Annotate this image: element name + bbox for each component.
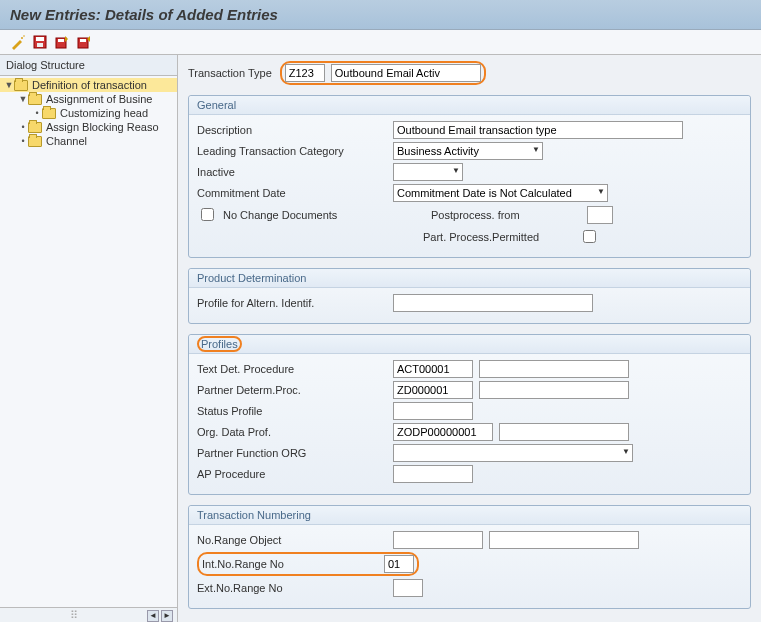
sidebar-header: Dialog Structure [0,55,177,76]
transaction-numbering-title: Transaction Numbering [189,506,750,525]
folder-icon [28,122,42,133]
grip-icon[interactable]: ⠿ [4,609,145,622]
ext-no-range-input[interactable] [393,579,423,597]
highlight-int-no-range: Int.No.Range No [197,552,419,576]
tree-label: Assignment of Busine [46,93,152,105]
part-process-permitted-checkbox[interactable] [583,230,596,243]
partner-determ-input[interactable] [393,381,473,399]
transaction-type-desc-input[interactable] [331,64,481,82]
toolbar [0,30,761,55]
no-range-object-desc[interactable] [489,531,639,549]
profile-altern-input[interactable] [393,294,593,312]
product-determination-group: Product Determination Profile for Altern… [188,268,751,324]
tree-item-channel[interactable]: • Channel [0,134,177,148]
profiles-group: Profiles Text Det. Procedure Partner Det… [188,334,751,495]
window-title: New Entries: Details of Added Entries [0,0,761,30]
tree-item-blocking[interactable]: • Assign Blocking Reaso [0,120,177,134]
svg-rect-8 [80,39,86,42]
svg-rect-3 [36,37,44,41]
part-process-permitted-label: Part. Process.Permitted [423,231,573,243]
ext-no-range-label: Ext.No.Range No [197,582,387,594]
scroll-right-icon[interactable]: ► [161,610,173,622]
svg-point-0 [21,37,23,39]
bullet-icon: • [18,136,28,146]
save-up-icon[interactable] [54,34,70,50]
expander-icon[interactable]: ▼ [18,94,28,104]
save-down-icon[interactable] [76,34,92,50]
tree-item-customizing[interactable]: • Customizing head [0,106,177,120]
general-title: General [189,96,750,115]
no-change-documents-label: No Change Documents [223,209,395,221]
inactive-label: Inactive [197,166,387,178]
tree: ▼ Definition of transaction ▼ Assignment… [0,76,177,607]
description-label: Description [197,124,387,136]
text-det-procedure-desc[interactable] [479,360,629,378]
svg-rect-4 [37,43,43,47]
tree-label: Assign Blocking Reaso [46,121,159,133]
partner-function-org-select[interactable] [393,444,633,462]
description-input[interactable] [393,121,683,139]
tree-item-assignment[interactable]: ▼ Assignment of Busine [0,92,177,106]
svg-point-1 [23,35,25,37]
commitment-date-label: Commitment Date [197,187,387,199]
text-det-procedure-input[interactable] [393,360,473,378]
ap-procedure-input[interactable] [393,465,473,483]
leading-category-select[interactable] [393,142,543,160]
bullet-icon: • [18,122,28,132]
postprocess-from-label: Postprocess. from [431,209,581,221]
postprocess-from-input[interactable] [587,206,613,224]
wand-icon[interactable] [10,34,26,50]
partner-determ-label: Partner Determ.Proc. [197,384,387,396]
tree-label: Channel [46,135,87,147]
partner-determ-desc[interactable] [479,381,629,399]
no-change-documents-checkbox[interactable] [201,208,214,221]
transaction-type-label: Transaction Type [188,67,272,79]
org-data-prof-input[interactable] [393,423,493,441]
status-profile-input[interactable] [393,402,473,420]
inactive-select[interactable] [393,163,463,181]
no-range-object-label: No.Range Object [197,534,387,546]
folder-icon [28,94,42,105]
profile-altern-label: Profile for Altern. Identif. [197,297,387,309]
expander-icon[interactable]: ▼ [4,80,14,90]
transaction-numbering-group: Transaction Numbering No.Range Object In… [188,505,751,609]
folder-icon [28,136,42,147]
status-profile-label: Status Profile [197,405,387,417]
tree-label: Customizing head [60,107,148,119]
highlight-transaction-type [280,61,486,85]
tree-label: Definition of transaction [32,79,147,91]
ap-procedure-label: AP Procedure [197,468,387,480]
tree-item-definition[interactable]: ▼ Definition of transaction [0,78,177,92]
folder-icon [42,108,56,119]
leading-category-label: Leading Transaction Category [197,145,387,157]
commitment-date-select[interactable] [393,184,608,202]
profiles-title: Profiles [189,335,750,354]
product-determination-title: Product Determination [189,269,750,288]
content-panel: Transaction Type General Description Lea… [178,55,761,622]
int-no-range-input[interactable] [384,555,414,573]
int-no-range-label: Int.No.Range No [202,558,384,570]
org-data-prof-desc[interactable] [499,423,629,441]
save-icon[interactable] [32,34,48,50]
bullet-icon: • [32,108,42,118]
general-group: General Description Leading Transaction … [188,95,751,258]
svg-rect-6 [58,39,64,42]
sidebar-scrollbar: ⠿ ◄ ► [0,607,177,622]
highlight-profiles: Profiles [197,336,242,352]
transaction-type-row: Transaction Type [188,61,751,85]
text-det-procedure-label: Text Det. Procedure [197,363,387,375]
no-range-object-input[interactable] [393,531,483,549]
org-data-prof-label: Org. Data Prof. [197,426,387,438]
partner-function-org-label: Partner Function ORG [197,447,387,459]
scroll-left-icon[interactable]: ◄ [147,610,159,622]
folder-icon [14,80,28,91]
sidebar: Dialog Structure ▼ Definition of transac… [0,55,178,622]
transaction-type-code-input[interactable] [285,64,325,82]
